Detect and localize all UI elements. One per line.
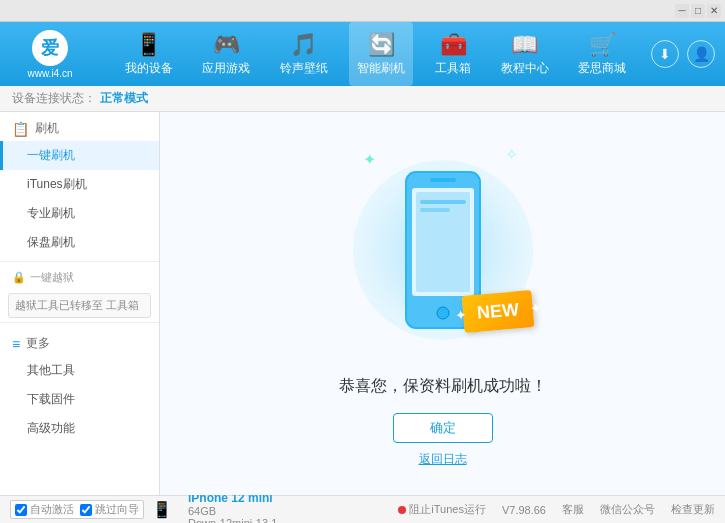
sparkle-1: ✦: [363, 150, 376, 169]
more-section-icon: ≡: [12, 336, 20, 352]
sparkle-2: ✧: [505, 145, 518, 164]
wechat-official-link[interactable]: 微信公众号: [600, 502, 655, 517]
nav-icon-my-device: 📱: [135, 32, 162, 58]
nav-icon-tutorial: 📖: [511, 32, 538, 58]
itunes-status[interactable]: 阻止iTunes运行: [398, 502, 486, 517]
status-label: 设备连接状态：: [12, 90, 96, 107]
sidebar-item-itunes-flash[interactable]: iTunes刷机: [0, 170, 159, 199]
logo-text: www.i4.cn: [27, 68, 72, 79]
device-info: iPhone 12 mini 64GB Down-12mini-13,1: [188, 491, 277, 524]
device-info-row: 📱 iPhone 12 mini 64GB Down-12mini-13,1: [152, 491, 277, 524]
sidebar-jailbreak-section: 🔒 一键越狱: [0, 266, 159, 289]
auto-activate-label: 自动激活: [30, 502, 74, 517]
svg-rect-4: [416, 192, 470, 292]
bottom-bar: 自动激活 跳过向导 📱 iPhone 12 mini 64GB Down-12m…: [0, 495, 725, 523]
nav-item-ringtone[interactable]: 🎵 铃声壁纸: [272, 22, 336, 86]
sidebar-divider-2: [0, 322, 159, 323]
auto-activate-input[interactable]: [15, 504, 27, 516]
nav-item-shop[interactable]: 🛒 爱思商城: [570, 22, 634, 86]
sidebar-section-flash: 📋 刷机: [0, 112, 159, 141]
sidebar-item-one-key-flash[interactable]: 一键刷机: [0, 141, 159, 170]
device-model: Down-12mini-13,1: [188, 517, 277, 524]
customer-service-link[interactable]: 客服: [562, 502, 584, 517]
sidebar-section-more: ≡ 更多: [0, 327, 159, 356]
maximize-button[interactable]: □: [691, 4, 705, 18]
download-button[interactable]: ⬇: [651, 40, 679, 68]
header-actions: ⬇ 👤: [651, 40, 725, 68]
svg-rect-2: [430, 178, 456, 182]
main-content: ✦ ✧ NEW 恭喜您，保资料刷机成功啦！ 确定 返回日志: [160, 112, 725, 495]
nav-icon-ringtone: 🎵: [290, 32, 317, 58]
skip-wizard-label: 跳过向导: [95, 502, 139, 517]
close-button[interactable]: ✕: [707, 4, 721, 18]
main-layout: 📋 刷机 一键刷机 iTunes刷机 专业刷机 保盘刷机 🔒 一键越狱 越狱工具…: [0, 112, 725, 495]
status-value: 正常模式: [100, 90, 148, 107]
header: 爱 www.i4.cn 📱 我的设备 🎮 应用游戏 🎵 铃声壁纸 🔄 智能刷机 …: [0, 22, 725, 86]
sidebar-divider-1: [0, 261, 159, 262]
nav-bar: 📱 我的设备 🎮 应用游戏 🎵 铃声壁纸 🔄 智能刷机 🧰 工具箱 📖 教程中心…: [100, 22, 651, 86]
phone-illustration: ✦ ✧ NEW: [343, 140, 543, 360]
version-label: V7.98.66: [502, 504, 546, 516]
svg-rect-5: [420, 200, 466, 204]
skip-wizard-input[interactable]: [80, 504, 92, 516]
logo-area: 爱 www.i4.cn: [0, 22, 100, 86]
sidebar-item-other-tools[interactable]: 其他工具: [0, 356, 159, 385]
bottom-right: 阻止iTunes运行 V7.98.66 客服 微信公众号 检查更新: [398, 502, 715, 517]
nav-icon-toolbox: 🧰: [440, 32, 467, 58]
status-bar: 设备连接状态： 正常模式: [0, 86, 725, 112]
flash-section-label: 刷机: [35, 120, 59, 137]
minimize-button[interactable]: ─: [675, 4, 689, 18]
sidebar-item-download-firmware[interactable]: 下载固件: [0, 385, 159, 414]
nav-item-tutorial[interactable]: 📖 教程中心: [493, 22, 557, 86]
nav-icon-app-game: 🎮: [213, 32, 240, 58]
nav-label-shop: 爱思商城: [578, 60, 626, 77]
sidebar-item-advanced[interactable]: 高级功能: [0, 414, 159, 443]
back-link[interactable]: 返回日志: [419, 451, 467, 468]
success-text: 恭喜您，保资料刷机成功啦！: [339, 376, 547, 397]
nav-label-toolbox: 工具箱: [435, 60, 471, 77]
user-button[interactable]: 👤: [687, 40, 715, 68]
sidebar-item-save-flash[interactable]: 保盘刷机: [0, 228, 159, 257]
warning-text: 越狱工具已转移至 工具箱: [15, 299, 139, 311]
nav-label-app-game: 应用游戏: [202, 60, 250, 77]
device-storage: 64GB: [188, 505, 277, 517]
flash-section-icon: 📋: [12, 121, 29, 137]
more-section-label: 更多: [26, 335, 50, 352]
title-bar: ─ □ ✕: [0, 0, 725, 22]
nav-icon-smart-flash: 🔄: [368, 32, 395, 58]
nav-label-tutorial: 教程中心: [501, 60, 549, 77]
new-badge: NEW: [461, 290, 534, 333]
nav-icon-shop: 🛒: [589, 32, 616, 58]
nav-item-toolbox[interactable]: 🧰 工具箱: [427, 22, 479, 86]
auto-activate-checkbox[interactable]: 自动激活: [15, 502, 74, 517]
sidebar-warning-box: 越狱工具已转移至 工具箱: [8, 293, 151, 318]
itunes-status-dot: [398, 506, 406, 514]
nav-item-app-game[interactable]: 🎮 应用游戏: [194, 22, 258, 86]
nav-label-smart-flash: 智能刷机: [357, 60, 405, 77]
sidebar: 📋 刷机 一键刷机 iTunes刷机 专业刷机 保盘刷机 🔒 一键越狱 越狱工具…: [0, 112, 160, 495]
confirm-button[interactable]: 确定: [393, 413, 493, 443]
logo-icon: 爱: [32, 30, 68, 66]
nav-label-ringtone: 铃声壁纸: [280, 60, 328, 77]
bottom-left: 自动激活 跳过向导 📱 iPhone 12 mini 64GB Down-12m…: [10, 491, 277, 524]
skip-wizard-checkbox[interactable]: 跳过向导: [80, 502, 139, 517]
sidebar-item-pro-flash[interactable]: 专业刷机: [0, 199, 159, 228]
nav-label-my-device: 我的设备: [125, 60, 173, 77]
jailbreak-label: 一键越狱: [30, 270, 74, 285]
check-update-link[interactable]: 检查更新: [671, 502, 715, 517]
lock-icon: 🔒: [12, 271, 26, 284]
itunes-label: 阻止iTunes运行: [409, 502, 486, 517]
nav-item-smart-flash[interactable]: 🔄 智能刷机: [349, 22, 413, 86]
svg-point-3: [437, 307, 449, 319]
svg-rect-6: [420, 208, 450, 212]
device-phone-icon: 📱: [152, 500, 172, 519]
nav-item-my-device[interactable]: 📱 我的设备: [117, 22, 181, 86]
